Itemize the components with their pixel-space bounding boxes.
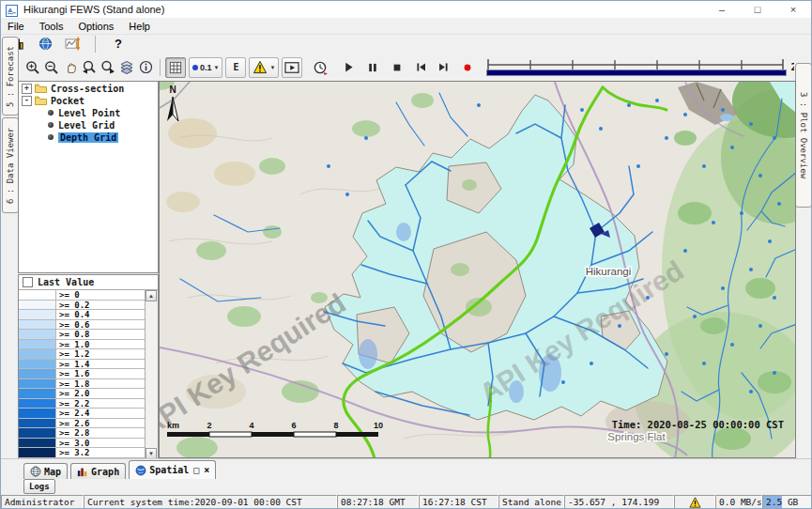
legend-scrollbar[interactable]: ▲ ▼ [145,290,158,459]
status-user: Administrator [1,495,84,509]
legend-row: >= 0.6 [19,320,146,331]
logs-button[interactable]: Logs [23,479,55,494]
minimize-button[interactable]: – [704,1,740,18]
legend-label: >= 0.4 [56,310,146,319]
legend-label: >= 1.8 [56,379,146,389]
time-span-bar[interactable] [486,69,787,76]
bottom-bar: Map Graph Spatial □ × Logs [1,458,811,495]
main-toolbar: ? [1,34,812,54]
pause-button[interactable] [363,58,382,77]
tree-item-cross-section[interactable]: + Cross-section [19,83,158,94]
title-bar: Hikurangi FEWS (Stand alone) – □ × [1,1,811,18]
legend-row: >= 1.6 [19,369,146,379]
tab-plot-overview[interactable]: 3 : Plot Overview [795,63,812,208]
spatial-display-button[interactable] [36,35,54,54]
help-button[interactable]: ? [109,35,128,54]
animation-settings-button[interactable] [311,58,329,77]
status-gmt-time: 08:27:18 GMT [337,495,419,509]
tree-label[interactable]: Level Grid [58,120,115,131]
toolbar-separator [95,36,96,53]
contour-interval-dropdown[interactable]: 0.1 ▼ [189,57,222,78]
legend-list: >= 0>= 0.2>= 0.4>= 0.6>= 0.8>= 1.0>= 1.2… [19,290,146,459]
info-button[interactable] [136,58,155,77]
left-tab-strip: 5 : Forecast 6 : Data Viewer [1,35,18,458]
close-button[interactable]: × [775,1,811,18]
menu-options[interactable]: Options [78,21,114,32]
tree-label[interactable]: Level Point [58,108,120,118]
legend-label: >= 1.0 [56,340,146,349]
movie-export-button[interactable] [282,57,302,78]
folder-icon [35,96,47,105]
legend-row: >= 2.4 [19,409,146,419]
tree-item-pocket[interactable]: - Pocket [19,95,158,106]
tree-item-level-grid[interactable]: Level Grid [19,119,158,131]
warnings-dropdown[interactable]: ▼ [249,57,279,78]
legend-swatch [19,330,56,339]
menu-file[interactable]: File [8,21,24,32]
scroll-up-button[interactable]: ▲ [146,290,157,301]
bullet-icon [48,110,54,116]
step-forward-button[interactable] [434,58,452,77]
legend-label: >= 2.2 [56,399,146,409]
toolbar-separator [160,59,161,76]
skip-start-icon [415,61,427,73]
legend-swatch [19,428,56,438]
time-slider[interactable] [486,57,785,78]
layers-icon [119,60,134,75]
zoom-out-button[interactable] [42,58,61,77]
tree-label[interactable]: Pocket [51,96,84,106]
zoom-previous-button[interactable] [80,58,99,77]
elevation-scale-button[interactable]: E [225,57,246,78]
legend-label: >= 2.8 [56,428,146,438]
tree-label[interactable]: Cross-section [51,84,124,94]
legend-row: >= 1.8 [19,379,146,390]
legend-row: >= 2.0 [19,389,146,399]
tab-graph[interactable]: Graph [70,463,126,479]
expand-icon[interactable]: + [22,84,32,94]
play-button[interactable] [339,58,358,77]
chevron-down-icon: ▼ [214,65,220,70]
app-window: Hikurangi FEWS (Stand alone) – □ × File … [0,0,812,509]
record-button[interactable] [458,58,477,77]
layers-button[interactable] [117,58,136,77]
collapse-icon[interactable]: - [22,96,32,106]
elevation-icon: E [233,62,238,72]
map-canvas[interactable]: API Key Required API Key Required Hikura… [159,81,796,458]
grid-display-button[interactable] [165,57,186,78]
menu-help[interactable]: Help [129,21,150,32]
last-value-checkbox[interactable] [23,277,33,287]
legend-label: >= 2.6 [56,419,146,428]
maximize-button[interactable]: □ [740,1,775,18]
tree-label-selected[interactable]: Depth Grid [58,132,118,143]
legend-swatch [19,340,56,349]
zoom-next-button[interactable] [99,58,117,77]
tab-forecast[interactable]: 5 : Forecast [2,37,19,116]
zoom-out-icon [44,60,59,75]
stop-button[interactable] [388,58,406,77]
folder-icon [35,84,47,93]
tree-item-depth-grid[interactable]: Depth Grid [19,131,158,143]
legend-swatch [19,320,56,330]
status-warning[interactable] [674,495,715,509]
tab-spatial[interactable]: Spatial □ × [129,460,216,479]
legend-swatch [19,301,56,310]
tab-data-viewer[interactable]: 6 : Data Viewer [2,117,19,213]
tab-map[interactable]: Map [23,463,68,479]
tree-item-level-point[interactable]: Level Point [19,107,158,118]
timeseries-dialog-button[interactable] [63,35,82,54]
map-toolbar: 0.1 ▼ E ▼ [1,54,812,81]
legend-panel: Last Value >= 0>= 0.2>= 0.4>= 0.6>= 0.8>… [18,274,159,460]
view-tabs: Map Graph Spatial □ × [23,460,216,479]
zoom-in-button[interactable] [23,58,42,77]
legend-label: >= 2.4 [56,409,146,418]
warning-icon [689,497,701,508]
menu-tools[interactable]: Tools [39,21,64,32]
status-local-time: 16:27:18 CST [419,495,498,509]
legend-label: >= 3.0 [56,439,146,448]
legend-row: >= 2.2 [19,399,146,409]
float-view-icon[interactable]: □ [193,465,199,475]
close-view-icon[interactable]: × [204,465,209,475]
pan-button[interactable] [61,58,80,77]
hand-icon [64,60,78,74]
step-back-button[interactable] [411,58,430,77]
